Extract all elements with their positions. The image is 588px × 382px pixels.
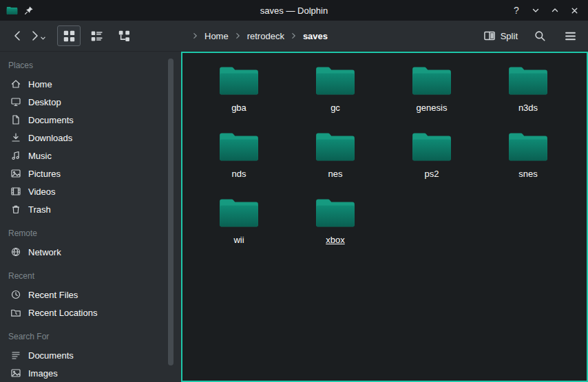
maximize-button[interactable] [547,2,563,19]
folder-icon [410,129,453,163]
split-button[interactable]: Split [482,27,519,45]
folder-label: wii [233,235,244,245]
chevron-left-icon [15,32,19,40]
toolbar: Home retrodeck saves Split [0,21,588,52]
section-title-search-for: Search For [8,332,164,341]
search-button[interactable] [530,26,549,45]
folder-item-gc[interactable]: gc [287,63,384,129]
folder-icon [507,63,549,97]
chevron-down-icon [534,10,538,12]
folder-icon [314,63,357,97]
forward-button[interactable] [28,29,46,43]
sidebar-item-pictures[interactable]: Pictures [0,165,164,182]
folder-label: nes [328,169,343,179]
caret-down-icon [41,37,45,39]
tree-view-button[interactable] [112,25,136,46]
folder-item-nes[interactable]: nes [287,129,384,195]
sidebar-item-music[interactable]: Music [0,147,164,165]
breadcrumb: Home retrodeck saves [192,30,329,42]
sidebar-item-label: Music [28,151,52,161]
places-panel: Places Home Desktop Documents [0,52,164,382]
sidebar-item-home[interactable]: Home [0,75,164,93]
folder-label: ps2 [425,169,439,179]
film-icon [10,186,21,197]
sidebar-item-label: Documents [28,350,74,361]
folder-label: xbox [326,235,344,245]
sidebar-item-search-documents[interactable]: Documents [0,346,164,364]
close-icon [572,8,577,13]
folder-item-snes[interactable]: snes [480,129,576,195]
split-view-icon [483,30,496,42]
sidebar-item-search-images[interactable]: Images [0,364,164,382]
sidebar-item-desktop[interactable]: Desktop [0,93,164,111]
sidebar-item-label: Home [28,79,52,89]
trash-icon [10,204,21,215]
section-title-recent: Recent [8,271,164,281]
sidebar-item-recent-locations[interactable]: Recent Locations [0,304,164,321]
hamburger-icon [564,30,577,43]
titlebar: saves — Dolphin ? [0,0,588,21]
minimize-button[interactable] [527,2,544,19]
desktop-icon [10,96,21,107]
music-note-icon [10,150,21,161]
folder-item-n3ds[interactable]: n3ds [480,63,576,129]
sidebar-item-network[interactable]: Network [0,243,164,261]
sidebar-item-downloads[interactable]: Downloads [0,129,164,147]
details-view-icon [90,30,103,43]
breadcrumb-item-home[interactable]: Home [203,30,230,42]
chevron-right-icon [33,32,37,40]
folder-icon [410,63,453,97]
folder-icon [218,129,260,163]
details-view-button[interactable] [85,25,108,46]
split-button-label: Split [501,31,518,41]
sidebar-item-trash[interactable]: Trash [0,200,164,218]
breadcrumb-item-saves[interactable]: saves [302,30,329,42]
sidebar-item-label: Recent Locations [28,308,97,318]
sidebar-item-label: Images [28,368,58,379]
close-button[interactable] [566,2,582,19]
folder-item-wii[interactable]: wii [191,195,287,261]
folder-item-xbox[interactable]: xbox [287,195,384,261]
sidebar-item-label: Videos [28,187,56,197]
sidebar-item-label: Downloads [28,133,72,143]
folder-label: gc [330,103,340,113]
breadcrumb-separator-icon [291,32,297,40]
folder-icon [507,129,549,163]
folder-view[interactable]: gba gc genesis n3ds nds nes [181,52,588,382]
sidebar-item-label: Documents [28,115,74,125]
menu-button[interactable] [560,26,580,45]
folder-item-gba[interactable]: gba [191,63,287,129]
folder-item-genesis[interactable]: genesis [384,63,480,129]
folder-label: snes [518,169,537,179]
home-icon [10,78,21,89]
icons-view-button[interactable] [57,25,81,46]
help-button[interactable]: ? [508,2,525,19]
sidebar-item-label: Recent Files [28,290,78,300]
section-title-places: Places [8,61,164,70]
window-title: saves — Dolphin [0,6,588,16]
folder-label: nds [232,169,246,179]
pin-icon[interactable] [24,6,34,15]
dolphin-window: saves — Dolphin ? [0,0,588,382]
folder-icon [314,195,357,229]
folder-label: genesis [417,103,448,113]
globe-icon [10,246,21,257]
image-icon [10,168,21,179]
clock-icon [10,289,21,300]
scrollbar-thumb[interactable] [168,59,174,365]
sidebar-scrollbar[interactable] [164,52,181,382]
document-icon [10,114,21,125]
image-icon [10,368,21,379]
sidebar-item-recent-files[interactable]: Recent Files [0,286,164,304]
icons-view-icon [63,30,76,43]
view-mode-group [57,25,136,46]
section-title-remote: Remote [8,229,164,238]
sidebar-item-documents[interactable]: Documents [0,111,164,129]
folder-item-nds[interactable]: nds [191,129,287,195]
sidebar-item-label: Pictures [28,169,61,179]
download-icon [10,132,21,143]
folder-item-ps2[interactable]: ps2 [384,129,480,195]
breadcrumb-item-retrodeck[interactable]: retrodeck [246,30,286,42]
back-button[interactable] [8,25,28,46]
sidebar-item-videos[interactable]: Videos [0,182,164,200]
